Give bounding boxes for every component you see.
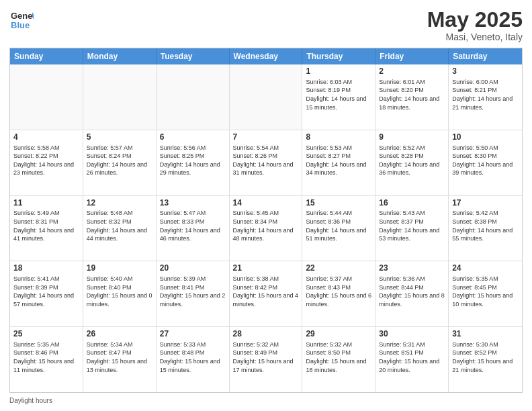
day-number: 7 <box>233 132 299 143</box>
cell-info: Sunrise: 5:49 AM Sunset: 8:31 PM Dayligh… <box>13 210 76 242</box>
cal-cell-day-19: 19Sunrise: 5:40 AM Sunset: 8:40 PM Dayli… <box>83 261 157 326</box>
header-day-monday: Monday <box>83 48 157 64</box>
cell-info: Sunrise: 5:35 AM Sunset: 8:45 PM Dayligh… <box>452 275 515 308</box>
footer: Daylight hours <box>9 397 523 404</box>
day-number: 9 <box>379 132 445 143</box>
cell-info: Sunrise: 5:48 AM Sunset: 8:32 PM Dayligh… <box>87 210 149 242</box>
cal-cell-day-8: 8Sunrise: 5:53 AM Sunset: 8:27 PM Daylig… <box>302 130 375 195</box>
logo-icon: General Blue <box>9 8 34 32</box>
svg-text:General: General <box>11 11 34 21</box>
day-number: 6 <box>160 132 226 143</box>
day-number: 24 <box>452 263 519 274</box>
cal-cell-day-1: 1Sunrise: 6:03 AM Sunset: 8:19 PM Daylig… <box>302 64 375 130</box>
calendar: SundayMondayTuesdayWednesdayThursdayFrid… <box>9 48 523 393</box>
header-day-thursday: Thursday <box>302 48 375 64</box>
cell-info: Sunrise: 5:50 AM Sunset: 8:30 PM Dayligh… <box>452 144 515 177</box>
cell-info: Sunrise: 5:40 AM Sunset: 8:40 PM Dayligh… <box>87 275 154 308</box>
cell-info: Sunrise: 5:45 AM Sunset: 8:34 PM Dayligh… <box>233 210 296 242</box>
day-number: 13 <box>160 198 226 209</box>
day-number: 30 <box>379 329 445 340</box>
day-number: 14 <box>233 198 299 209</box>
cal-cell-day-11: 11Sunrise: 5:49 AM Sunset: 8:31 PM Dayli… <box>10 196 83 261</box>
header-day-saturday: Saturday <box>449 48 522 64</box>
day-number: 17 <box>452 198 519 209</box>
cell-info: Sunrise: 5:57 AM Sunset: 8:24 PM Dayligh… <box>87 144 149 177</box>
day-number: 2 <box>379 66 445 77</box>
cell-info: Sunrise: 6:01 AM Sunset: 8:20 PM Dayligh… <box>379 79 441 111</box>
daylight-label: Daylight hours <box>9 397 52 404</box>
day-number: 25 <box>13 329 79 340</box>
cell-info: Sunrise: 5:32 AM Sunset: 8:50 PM Dayligh… <box>306 341 368 373</box>
logo: General Blue <box>9 8 34 32</box>
day-number: 16 <box>379 198 445 209</box>
cal-cell-empty <box>230 64 303 130</box>
cal-cell-day-12: 12Sunrise: 5:48 AM Sunset: 8:32 PM Dayli… <box>83 196 157 261</box>
cell-info: Sunrise: 5:34 AM Sunset: 8:47 PM Dayligh… <box>87 341 149 373</box>
cal-cell-day-10: 10Sunrise: 5:50 AM Sunset: 8:30 PM Dayli… <box>449 130 522 195</box>
day-number: 20 <box>160 263 226 274</box>
cal-cell-day-29: 29Sunrise: 5:32 AM Sunset: 8:50 PM Dayli… <box>302 327 375 392</box>
cell-info: Sunrise: 5:54 AM Sunset: 8:26 PM Dayligh… <box>233 144 296 177</box>
cell-info: Sunrise: 5:44 AM Sunset: 8:36 PM Dayligh… <box>306 210 368 242</box>
cal-cell-day-22: 22Sunrise: 5:37 AM Sunset: 8:43 PM Dayli… <box>302 261 375 326</box>
day-number: 23 <box>379 263 445 274</box>
header-day-sunday: Sunday <box>10 48 83 64</box>
main-title: May 2025 <box>427 8 523 32</box>
cal-cell-day-26: 26Sunrise: 5:34 AM Sunset: 8:47 PM Dayli… <box>83 327 157 392</box>
calendar-week-5: 25Sunrise: 5:35 AM Sunset: 8:46 PM Dayli… <box>10 327 522 392</box>
cell-info: Sunrise: 5:30 AM Sunset: 8:52 PM Dayligh… <box>452 341 515 373</box>
page: General Blue May 2025 Masi, Veneto, Ital… <box>0 0 532 411</box>
cal-cell-empty <box>10 64 83 130</box>
cell-info: Sunrise: 5:39 AM Sunset: 8:41 PM Dayligh… <box>160 275 227 308</box>
cal-cell-day-13: 13Sunrise: 5:47 AM Sunset: 8:33 PM Dayli… <box>157 196 230 261</box>
cal-cell-day-23: 23Sunrise: 5:36 AM Sunset: 8:44 PM Dayli… <box>375 261 449 326</box>
cal-cell-day-17: 17Sunrise: 5:42 AM Sunset: 8:38 PM Dayli… <box>449 196 522 261</box>
cell-info: Sunrise: 5:31 AM Sunset: 8:51 PM Dayligh… <box>379 341 441 373</box>
cell-info: Sunrise: 6:00 AM Sunset: 8:21 PM Dayligh… <box>452 79 515 111</box>
cal-cell-day-18: 18Sunrise: 5:41 AM Sunset: 8:39 PM Dayli… <box>10 261 83 326</box>
cell-info: Sunrise: 5:43 AM Sunset: 8:37 PM Dayligh… <box>379 210 441 242</box>
svg-text:Blue: Blue <box>11 20 30 30</box>
cell-info: Sunrise: 6:03 AM Sunset: 8:19 PM Dayligh… <box>306 79 368 111</box>
day-number: 27 <box>160 329 226 340</box>
calendar-week-3: 11Sunrise: 5:49 AM Sunset: 8:31 PM Dayli… <box>10 196 522 262</box>
day-number: 19 <box>87 263 152 274</box>
cal-cell-day-3: 3Sunrise: 6:00 AM Sunset: 8:21 PM Daylig… <box>449 64 522 130</box>
cell-info: Sunrise: 5:41 AM Sunset: 8:39 PM Dayligh… <box>13 275 76 308</box>
day-number: 12 <box>87 198 152 209</box>
cal-cell-day-15: 15Sunrise: 5:44 AM Sunset: 8:36 PM Dayli… <box>302 196 375 261</box>
cal-cell-empty <box>157 64 230 130</box>
cell-info: Sunrise: 5:47 AM Sunset: 8:33 PM Dayligh… <box>160 210 222 242</box>
title-block: May 2025 Masi, Veneto, Italy <box>427 8 523 42</box>
cal-cell-day-9: 9Sunrise: 5:52 AM Sunset: 8:28 PM Daylig… <box>375 130 449 195</box>
day-number: 31 <box>452 329 519 340</box>
cal-cell-day-6: 6Sunrise: 5:56 AM Sunset: 8:25 PM Daylig… <box>157 130 230 195</box>
cal-cell-day-30: 30Sunrise: 5:31 AM Sunset: 8:51 PM Dayli… <box>375 327 449 392</box>
cell-info: Sunrise: 5:56 AM Sunset: 8:25 PM Dayligh… <box>160 144 222 177</box>
cal-cell-day-14: 14Sunrise: 5:45 AM Sunset: 8:34 PM Dayli… <box>230 196 303 261</box>
day-number: 10 <box>452 132 519 143</box>
cell-info: Sunrise: 5:33 AM Sunset: 8:48 PM Dayligh… <box>160 341 222 373</box>
day-number: 22 <box>306 263 371 274</box>
day-number: 11 <box>13 198 79 209</box>
header-day-tuesday: Tuesday <box>157 48 230 64</box>
cal-cell-day-21: 21Sunrise: 5:38 AM Sunset: 8:42 PM Dayli… <box>230 261 303 326</box>
day-number: 1 <box>306 66 371 77</box>
cal-cell-day-4: 4Sunrise: 5:58 AM Sunset: 8:22 PM Daylig… <box>10 130 83 195</box>
cal-cell-day-28: 28Sunrise: 5:32 AM Sunset: 8:49 PM Dayli… <box>230 327 303 392</box>
day-number: 18 <box>13 263 79 274</box>
calendar-week-1: 1Sunrise: 6:03 AM Sunset: 8:19 PM Daylig… <box>10 64 522 130</box>
day-number: 4 <box>13 132 79 143</box>
day-number: 29 <box>306 329 371 340</box>
cal-cell-day-16: 16Sunrise: 5:43 AM Sunset: 8:37 PM Dayli… <box>375 196 449 261</box>
calendar-week-4: 18Sunrise: 5:41 AM Sunset: 8:39 PM Dayli… <box>10 261 522 327</box>
day-number: 28 <box>233 329 299 340</box>
header: General Blue May 2025 Masi, Veneto, Ital… <box>9 8 523 42</box>
cell-info: Sunrise: 5:32 AM Sunset: 8:49 PM Dayligh… <box>233 341 296 373</box>
day-number: 8 <box>306 132 371 143</box>
cell-info: Sunrise: 5:35 AM Sunset: 8:46 PM Dayligh… <box>13 341 76 373</box>
cal-cell-day-24: 24Sunrise: 5:35 AM Sunset: 8:45 PM Dayli… <box>449 261 522 326</box>
calendar-body: 1Sunrise: 6:03 AM Sunset: 8:19 PM Daylig… <box>10 64 522 392</box>
cell-info: Sunrise: 5:58 AM Sunset: 8:22 PM Dayligh… <box>13 144 76 177</box>
cal-cell-day-27: 27Sunrise: 5:33 AM Sunset: 8:48 PM Dayli… <box>157 327 230 392</box>
